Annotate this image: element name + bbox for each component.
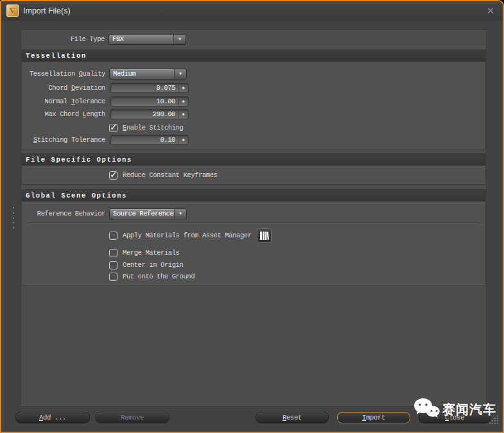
reduce-constant-keyframes-checkbox[interactable]: ✓ — [109, 171, 117, 180]
global-scene-options-section: Global Scene Options Reference Behavior … — [21, 189, 486, 286]
put-onto-ground-checkbox[interactable]: ✓ — [109, 273, 117, 281]
stitching-tolerance-row: Stitching Tolerance 0.10 ◆ — [22, 135, 485, 146]
center-in-origin-row: ✓ Center in Origin — [109, 260, 183, 270]
stitching-tolerance-field[interactable]: 0.10 ◆ — [110, 135, 189, 145]
dialog-title: Import File(s) — [23, 1, 71, 21]
check-icon: ✓ — [110, 122, 117, 132]
reference-behavior-label: Reference Behavior — [22, 208, 105, 219]
options-panel: File Type FBX ▼ Tessellation Tessellatio… — [21, 30, 487, 407]
resize-grip[interactable] — [489, 415, 500, 425]
reference-behavior-value: Source Reference — [113, 210, 173, 217]
enable-stitching-checkbox-row: ✓ Enable Stitching — [109, 123, 183, 133]
close-button[interactable]: Close — [419, 412, 491, 423]
apply-materials-row: ✓ Apply Materials from Asset Manager — [109, 227, 272, 244]
chord-deviation-row: Chord Deviation 0.075 ◆ — [22, 83, 485, 94]
max-chord-length-label: Max Chord Length — [22, 109, 105, 120]
tessellation-quality-label: Tessellation Quality — [22, 69, 105, 80]
tessellation-quality-select[interactable]: Medium ▼ — [109, 69, 187, 80]
close-icon[interactable]: ✕ — [485, 5, 496, 17]
put-onto-ground-label: Put onto the Ground — [123, 273, 195, 280]
enable-stitching-label: Enable Stitching — [123, 124, 183, 132]
max-chord-length-row: Max Chord Length 200.00 ◆ — [22, 109, 485, 120]
chevron-down-icon: ▼ — [174, 209, 186, 219]
file-type-label: File Type — [21, 34, 105, 45]
stitching-tolerance-label: Stitching Tolerance — [22, 135, 105, 146]
apply-materials-checkbox[interactable]: ✓ — [109, 232, 117, 240]
normal-tolerance-value: 10.00 — [156, 97, 175, 106]
reduce-constant-keyframes-row: ✓ Reduce Constant Keyframes — [109, 170, 218, 180]
separator-line — [28, 223, 481, 224]
normal-tolerance-label: Normal Tolerance — [22, 96, 105, 107]
spinner-diamond-icon[interactable]: ◆ — [178, 110, 188, 119]
reference-behavior-row: Reference Behavior Source Reference ▼ — [22, 208, 485, 219]
dock-handle[interactable] — [12, 207, 15, 228]
add-button[interactable]: Add ... — [15, 412, 90, 423]
asset-manager-books-icon — [259, 231, 269, 241]
check-icon: ✓ — [110, 169, 117, 180]
chevron-down-icon: ▼ — [173, 35, 186, 44]
merge-materials-checkbox[interactable]: ✓ — [109, 249, 117, 257]
remove-button[interactable]: Remove — [95, 412, 169, 423]
reduce-constant-keyframes-label: Reduce Constant Keyframes — [123, 171, 218, 179]
spinner-diamond-icon[interactable]: ◆ — [178, 135, 188, 144]
import-files-dialog: V Import File(s) ✕ File Type FBX ▼ Tesse… — [0, 0, 504, 433]
global-scene-options-header: Global Scene Options — [22, 190, 485, 201]
file-specific-options-section: File Specific Options ✓ Reduce Constant … — [21, 153, 486, 185]
import-button[interactable]: Import — [337, 412, 410, 423]
chevron-down-icon: ▼ — [174, 69, 186, 79]
center-in-origin-checkbox[interactable]: ✓ — [109, 261, 117, 269]
file-type-value: FBX — [112, 35, 124, 43]
title-bar[interactable]: V Import File(s) ✕ — [1, 1, 503, 21]
normal-tolerance-row: Normal Tolerance 10.00 ◆ — [22, 96, 485, 107]
normal-tolerance-field[interactable]: 10.00 ◆ — [110, 96, 189, 106]
max-chord-length-value: 200.00 — [153, 110, 175, 119]
vred-logo-icon: V — [6, 4, 19, 17]
tessellation-header: Tessellation — [22, 50, 485, 62]
reset-button[interactable]: Reset — [256, 412, 329, 423]
put-onto-ground-row: ✓ Put onto the Ground — [109, 271, 195, 282]
chord-deviation-label: Chord Deviation — [22, 83, 105, 94]
max-chord-length-field[interactable]: 200.00 ◆ — [110, 109, 189, 119]
tessellation-quality-row: Tessellation Quality Medium ▼ — [22, 69, 485, 80]
spinner-diamond-icon[interactable]: ◆ — [178, 83, 188, 92]
file-type-row: File Type FBX ▼ — [21, 34, 486, 45]
enable-stitching-checkbox[interactable]: ✓ — [109, 124, 117, 132]
apply-materials-label: Apply Materials from Asset Manager — [123, 232, 252, 239]
spinner-diamond-icon[interactable]: ◆ — [178, 97, 188, 106]
reference-behavior-select[interactable]: Source Reference ▼ — [109, 208, 187, 219]
center-in-origin-label: Center in Origin — [123, 261, 183, 269]
merge-materials-label: Merge Materials — [123, 249, 180, 257]
chord-deviation-value: 0.075 — [156, 83, 175, 92]
asset-manager-button[interactable] — [257, 228, 272, 242]
merge-materials-row: ✓ Merge Materials — [109, 248, 180, 258]
stitching-tolerance-value: 0.10 — [160, 135, 175, 144]
file-specific-options-header: File Specific Options — [22, 154, 485, 166]
tessellation-section: Tessellation Tessellation Quality Medium… — [21, 49, 486, 150]
tessellation-quality-value: Medium — [113, 70, 135, 78]
file-type-select[interactable]: FBX ▼ — [109, 34, 186, 45]
chord-deviation-field[interactable]: 0.075 ◆ — [110, 83, 189, 93]
